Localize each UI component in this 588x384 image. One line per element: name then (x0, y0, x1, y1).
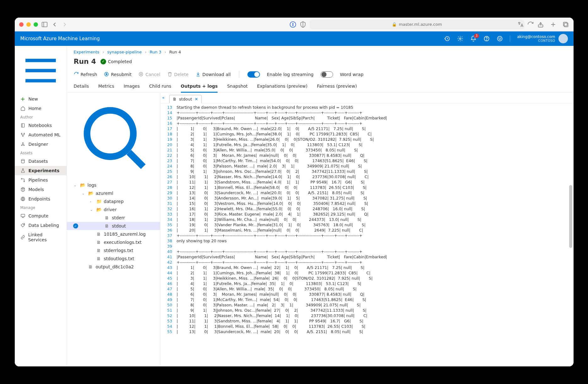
nav-designer[interactable]: Designer (15, 140, 67, 149)
avatar (558, 34, 568, 43)
line-number: 47 (160, 286, 177, 292)
tabs-overview-icon[interactable] (562, 21, 569, 28)
tree-label: azureml (96, 191, 113, 196)
tab-images[interactable]: Images (124, 81, 140, 92)
line-number: 40 (160, 249, 177, 254)
tree-file-output[interactable]: 🗎output_d8c1c0a2 (67, 263, 160, 271)
nav-label: Models (29, 187, 44, 192)
nav-label: Pipelines (29, 178, 48, 183)
translate-icon[interactable] (517, 21, 524, 28)
tab-fairness[interactable]: Fairness (preview) (317, 81, 357, 92)
share-icon[interactable] (537, 21, 544, 28)
run-header: Run 4 ✓ Completed (67, 56, 574, 69)
breadcrumb: Experiments› synapse-pipeline› Run 3› Ru… (67, 46, 574, 56)
tab-childruns[interactable]: Child runs (149, 81, 171, 92)
nav-datalabeling[interactable]: Data Labeling (15, 221, 67, 230)
line-number: 20 (160, 142, 177, 147)
log-content[interactable]: 13Starting the daemon thread to refresh … (160, 103, 574, 366)
line-number: 14 (160, 110, 177, 115)
datasets-icon (20, 159, 25, 164)
nav-section-author: Author (15, 113, 67, 121)
tree-file-stderrlogs[interactable]: 🗎stderrlogs.txt (67, 246, 160, 255)
line-content: +-----------+--------+------+-----------… (177, 110, 574, 115)
user-account[interactable]: aking@contoso.com CONTOSO (517, 34, 568, 43)
tree-label: stderr (112, 215, 125, 220)
line-content: Starting the daemon thread to refresh to… (177, 105, 574, 110)
line-content: | 4| 1| 1|Futrelle, Mrs. Ja...|female|35… (177, 142, 574, 147)
resubmit-button[interactable]: Resubmit (104, 72, 132, 78)
tab-outputs-logs[interactable]: Outputs + logs (181, 81, 218, 93)
tree-folder-dataprep[interactable]: ›📁dataprep (67, 197, 160, 206)
back-icon[interactable] (51, 21, 58, 28)
tree-search-icon[interactable] (67, 96, 160, 181)
nav-linkedservices[interactable]: Linked Services (15, 230, 67, 244)
tree-file-stdoutlogs[interactable]: 🗎stdoutlogs.txt (67, 255, 160, 263)
close-tab-icon[interactable]: ✕ (195, 97, 198, 101)
tree-file-stdout[interactable]: ✓🗎stdout (67, 222, 160, 230)
tree-folder-driver[interactable]: ⌄📂driver (67, 206, 160, 214)
shield-icon[interactable] (299, 21, 306, 28)
tab-details[interactable]: Details (74, 81, 89, 92)
hamburger-icon[interactable] (15, 48, 67, 94)
tree-file-azuremllog[interactable]: 🗎10185_azureml.log (67, 230, 160, 238)
editor-tab-stdout[interactable]: 🗎 stdout ✕ (169, 95, 202, 103)
sidebar-toggle-icon[interactable] (41, 21, 48, 28)
close-window-icon[interactable] (19, 22, 24, 27)
nav-new[interactable]: +New (15, 94, 67, 104)
file-icon: 🗎 (173, 97, 177, 101)
tab-snapshot[interactable]: Snapshot (227, 81, 247, 92)
minimize-window-icon[interactable] (26, 22, 31, 27)
pipelines-icon (20, 178, 25, 183)
tree-label: executionlogs.txt (104, 240, 142, 245)
line-number: 21 (160, 147, 177, 153)
nav-models[interactable]: Models (15, 185, 67, 194)
notifications-bell-icon[interactable]: 3 (470, 36, 477, 42)
word-wrap-toggle[interactable] (321, 71, 333, 78)
crumb-pipeline[interactable]: synapse-pipeline (107, 50, 142, 54)
tree-folder-logs[interactable]: ⌄📂logs (67, 181, 160, 189)
reload-icon[interactable] (527, 21, 534, 28)
tab-metrics[interactable]: Metrics (98, 81, 114, 92)
tree-file-stderr[interactable]: 🗎stderr (67, 214, 160, 222)
maximize-window-icon[interactable] (34, 22, 38, 27)
collapse-tree-icon[interactable]: « (162, 95, 165, 100)
download-all-button[interactable]: Download all (196, 72, 231, 78)
tab-explanations[interactable]: Explanations (preview) (257, 81, 308, 92)
vertical-scrollbar[interactable] (569, 185, 572, 248)
help-icon[interactable] (483, 36, 490, 42)
chevron-down-icon: ⌄ (74, 183, 78, 187)
tree-file-executionlogs[interactable]: 🗎executionlogs.txt (67, 238, 160, 246)
line-number: 13 (160, 105, 177, 110)
tree-folder-azureml[interactable]: ⌄📂azureml (67, 189, 160, 197)
feedback-smile-icon[interactable] (497, 36, 503, 42)
line-content: | 6| 0| 3| Moran, Mr. James| male|null| … (177, 292, 574, 297)
main-content: Experiments› synapse-pipeline› Run 3› Ru… (67, 46, 574, 366)
line-content: | 2| 1| 1|Cumings, Mrs. Joh...|female|38… (177, 131, 574, 137)
refresh-button[interactable]: Refresh (74, 72, 97, 78)
nav-experiments[interactable]: Experiments (15, 166, 67, 175)
crumb-experiments[interactable]: Experiments (74, 50, 100, 54)
history-icon[interactable] (444, 36, 450, 42)
log-streaming-toggle[interactable] (247, 71, 260, 78)
nav-pipelines[interactable]: Pipelines (15, 175, 67, 185)
nav-notebooks[interactable]: Notebooks (15, 121, 67, 130)
nav-automl[interactable]: Automated ML (15, 130, 67, 140)
svg-point-12 (487, 40, 487, 40)
nav-home[interactable]: Home (15, 104, 67, 113)
nav-label: Notebooks (29, 123, 52, 128)
line-number: 33 (160, 211, 177, 217)
user-email: aking@contoso.com (517, 35, 555, 39)
onepassword-icon[interactable] (289, 21, 296, 28)
address-bar[interactable]: 🔒 master.ml.azure.com (310, 20, 525, 29)
line-number: 53 (160, 318, 177, 324)
crumb-run3[interactable]: Run 3 (150, 50, 161, 54)
forward-icon[interactable] (61, 21, 68, 28)
settings-gear-icon[interactable] (457, 36, 463, 42)
nav-datasets[interactable]: Datasets (15, 156, 67, 166)
nav-compute[interactable]: Compute (15, 211, 67, 221)
nav-endpoints[interactable]: Endpoints (15, 194, 67, 204)
tree-label: output_d8c1c0a2 (96, 264, 134, 269)
nav-label: Compute (29, 213, 49, 218)
nav-label: New (29, 96, 38, 101)
new-tab-icon[interactable] (550, 21, 557, 28)
